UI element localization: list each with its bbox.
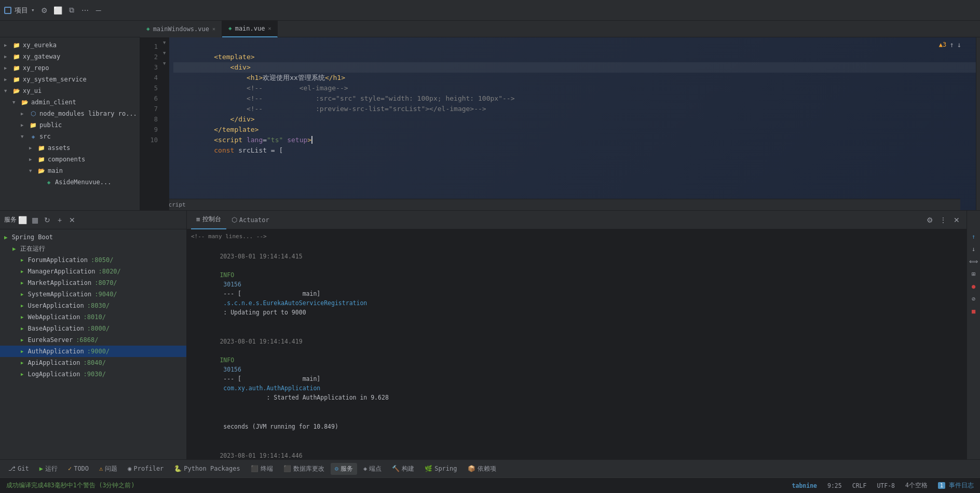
- tree-item-xy_repo[interactable]: ▶ 📁 xy_repo: [0, 62, 140, 74]
- app-manager[interactable]: ▶ ManagerApplication :8020/: [0, 266, 186, 277]
- tree-item-assets[interactable]: ▶ 📁 assets: [0, 142, 140, 154]
- scroll-minimap[interactable]: [976, 37, 980, 210]
- tab-close-mainwindows[interactable]: ✕: [212, 26, 215, 32]
- running-group[interactable]: ▶ 正在运行: [0, 243, 186, 254]
- toolbar-btn-run[interactable]: ▶ 运行: [35, 463, 62, 475]
- log-settings-icon[interactable]: ⚙: [924, 214, 935, 226]
- app-base[interactable]: ▶ BaseApplication :8000/: [0, 323, 186, 334]
- app-market-run-icon: ▶: [21, 280, 23, 285]
- label-node_modules: node_modules library ro...: [39, 110, 137, 117]
- app-web[interactable]: ▶ WebApplication :8010/: [0, 311, 186, 323]
- tab-mainwindows[interactable]: ◈ mainWindows.vue ✕: [140, 21, 222, 37]
- log-sep-2: [220, 347, 227, 354]
- log-tab-console[interactable]: ≡ 控制台: [191, 211, 226, 229]
- app-log[interactable]: ▶ LogApplication :9030/: [0, 368, 186, 380]
- fold-8[interactable]: ▼: [161, 58, 169, 69]
- toolbar-btn-git[interactable]: ⎇ Git: [4, 463, 33, 474]
- minimize-icon[interactable]: ─: [93, 5, 104, 16]
- settings-icon[interactable]: ⚙: [39, 5, 50, 16]
- toolbar-btn-python-packages[interactable]: 🐍 Python Packages: [170, 463, 244, 474]
- nav-down-icon[interactable]: ↓: [957, 40, 961, 49]
- log-more-icon[interactable]: ⋮: [937, 214, 949, 226]
- toolbar-btn-deps[interactable]: 📦 依赖项: [464, 463, 500, 475]
- tree-item-main[interactable]: ▼ 📂 main: [0, 165, 140, 176]
- tree-item-xy_eureka[interactable]: ▶ 📁 xy_eureka: [0, 39, 140, 51]
- indent-size[interactable]: 4个空格: [903, 481, 930, 490]
- toolbar-btn-todo[interactable]: ✓ TODO: [64, 463, 93, 474]
- terminal-icon: ⬛: [251, 465, 258, 472]
- tabnine-logo[interactable]: tabnine: [790, 481, 819, 490]
- nav-up-icon[interactable]: ↑: [949, 40, 954, 49]
- code-lines[interactable]: <template> <div> <h1>欢迎使用xx管理系统</h1> <!-…: [169, 37, 976, 210]
- label-admin_client: admin_client: [31, 99, 76, 106]
- app-api-port: :8040/: [84, 359, 106, 366]
- toolbar-btn-services[interactable]: ⚙ 服务: [331, 463, 357, 475]
- charset-display[interactable]: UTF-8: [875, 481, 897, 490]
- app-web-run-icon: ▶: [21, 314, 23, 320]
- log-content[interactable]: <!-- many lines... --> 2023-08-01 19:14:…: [187, 229, 967, 459]
- log-scroll-top-icon[interactable]: ↑: [969, 231, 979, 242]
- tab-main[interactable]: ◈ main.vue ✕: [222, 21, 278, 37]
- tree-item-components[interactable]: ▶ 📁 components: [0, 154, 140, 165]
- log-tab-actuator[interactable]: ⬡ Actuator: [226, 211, 275, 229]
- app-api[interactable]: ▶ ApiApplication :8040/: [0, 357, 186, 368]
- tree-item-node_modules[interactable]: ▶ ⬡ node_modules library ro...: [0, 108, 140, 119]
- services-add-icon[interactable]: +: [54, 214, 65, 226]
- time-display[interactable]: 9:25: [825, 481, 844, 490]
- services-expand-icon[interactable]: ⬜: [17, 214, 28, 226]
- toolbar-btn-profiler[interactable]: ◉ Profiler: [124, 463, 168, 474]
- toolbar-btn-build[interactable]: 🔨 构建: [388, 463, 418, 475]
- tree-item-asidemenu[interactable]: ◈ AsideMenuvue...: [0, 176, 140, 188]
- app-user[interactable]: ▶ UserApplication :8030/: [0, 300, 186, 311]
- app-market[interactable]: ▶ MarketApplication :8070/: [0, 277, 186, 289]
- project-dropdown-arrow[interactable]: ▾: [31, 7, 35, 13]
- log-content-2: : Started AuthApplication in 9.628: [220, 394, 388, 401]
- log-search-icon[interactable]: ⊞: [969, 269, 979, 279]
- code-line-8: </template>: [173, 114, 976, 125]
- toolbar-btn-db-changes[interactable]: ⬛ 数据库更改: [279, 463, 329, 475]
- line-ending[interactable]: CRLF: [850, 481, 869, 490]
- app-auth[interactable]: ▶ AuthApplication :9000/: [0, 346, 186, 357]
- toolbar-btn-endpoints[interactable]: ◈ 端点: [359, 463, 386, 475]
- tree-item-src[interactable]: ▼ ◈ src: [0, 131, 140, 142]
- log-clear-icon[interactable]: ⊘: [969, 294, 979, 304]
- services-filter-icon[interactable]: ▦: [29, 214, 40, 226]
- restore-icon[interactable]: ⧉: [66, 5, 77, 16]
- compile-status[interactable]: 成功编译完成483毫秒中1个警告 (3分钟之前): [4, 481, 137, 490]
- app-forum[interactable]: ▶ ForumApplication :8050/: [0, 254, 186, 266]
- tree-item-public[interactable]: ▶ 📁 public: [0, 119, 140, 131]
- spring-boot-root[interactable]: ▶ Spring Boot: [0, 231, 186, 243]
- code-line-1: <template>: [173, 42, 976, 52]
- app-manager-port: :8020/: [98, 268, 120, 275]
- more-options-icon[interactable]: ⋯: [79, 5, 91, 16]
- services-refresh-icon[interactable]: ↻: [42, 214, 53, 226]
- log-line-2b: seconds (JVM running for 10.849): [187, 412, 967, 441]
- tree-item-xy_system_service[interactable]: ▶ 📁 xy_system_service: [0, 74, 140, 85]
- fold-2[interactable]: ▼: [161, 48, 169, 58]
- token-div-open: <div>: [230, 63, 251, 71]
- src-icon: ◈: [29, 132, 37, 141]
- toolbar-btn-terminal[interactable]: ⬛ 终端: [247, 463, 277, 475]
- services-close-icon[interactable]: ✕: [66, 214, 78, 226]
- tree-item-xy_ui[interactable]: ▼ 📂 xy_ui: [0, 85, 140, 97]
- log-date-1: 2023-08-01 19:14:14.415: [220, 253, 302, 260]
- tab-close-main[interactable]: ✕: [268, 25, 271, 31]
- toolbar-btn-problems[interactable]: ⚠ 问题: [95, 463, 121, 475]
- log-error-icon[interactable]: ●: [969, 281, 979, 292]
- log-scroll-bottom-icon[interactable]: ↓: [969, 244, 979, 254]
- log-close-icon[interactable]: ✕: [951, 214, 962, 226]
- tree-item-admin_client[interactable]: ▼ 📂 admin_client: [0, 97, 140, 108]
- tree-item-xy_gateway[interactable]: ▶ 📁 xy_gateway: [0, 51, 140, 62]
- app-system[interactable]: ▶ SystemApplication :9040/: [0, 289, 186, 300]
- running-icon: ▶: [12, 245, 16, 252]
- warning-count[interactable]: ▲3: [939, 41, 946, 48]
- log-stop-icon[interactable]: ■: [969, 306, 979, 317]
- events-log-btn[interactable]: 1 事件日志: [936, 481, 976, 490]
- toolbar-btn-spring[interactable]: 🌿 Spring: [420, 463, 461, 474]
- maximize-icon[interactable]: ⬜: [52, 5, 64, 16]
- services-sidebar: 服务 ⬜ ▦ ↻ + ✕ ▶ Spring Boot ▶ 正在运行 ▶ Foru…: [0, 211, 187, 459]
- log-wrap-icon[interactable]: ⟺: [969, 256, 979, 267]
- app-eureka[interactable]: ▶ EurekaServer :6868/: [0, 334, 186, 346]
- fold-1[interactable]: ▼: [161, 37, 169, 48]
- project-title[interactable]: 项目: [15, 6, 28, 15]
